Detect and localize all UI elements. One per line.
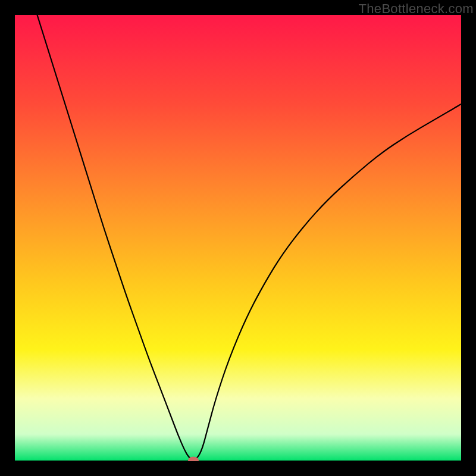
gradient-background [15, 15, 461, 461]
bottleneck-chart [15, 15, 461, 461]
plot-area [15, 15, 461, 461]
chart-frame: TheBottleneck.com [0, 0, 476, 476]
